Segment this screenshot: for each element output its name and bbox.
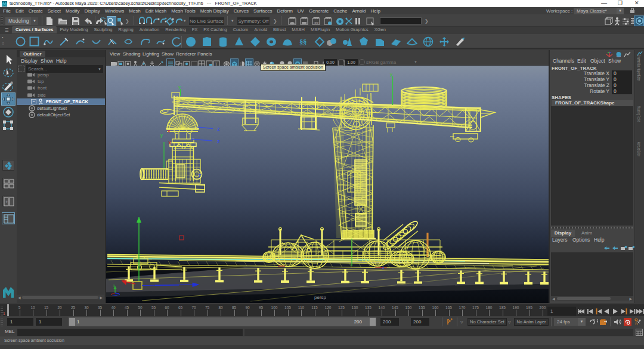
svg-text:y: y — [178, 84, 181, 89]
svg-text:IPR: IPR — [314, 21, 319, 25]
svg-text:z: z — [199, 172, 202, 178]
svg-text:y: y — [390, 72, 392, 77]
svg-text:z: z — [217, 126, 220, 132]
svg-text:§: § — [303, 38, 307, 47]
svg-text:z: z — [217, 138, 220, 144]
svg-text:+: + — [5, 199, 8, 205]
svg-text:y: y — [113, 283, 115, 287]
svg-text:x: x — [168, 128, 171, 134]
svg-text:y: y — [160, 132, 163, 138]
svg-text:x: x — [168, 140, 171, 146]
svg-text:persp: persp — [314, 295, 327, 300]
svg-text:z: z — [382, 265, 385, 270]
